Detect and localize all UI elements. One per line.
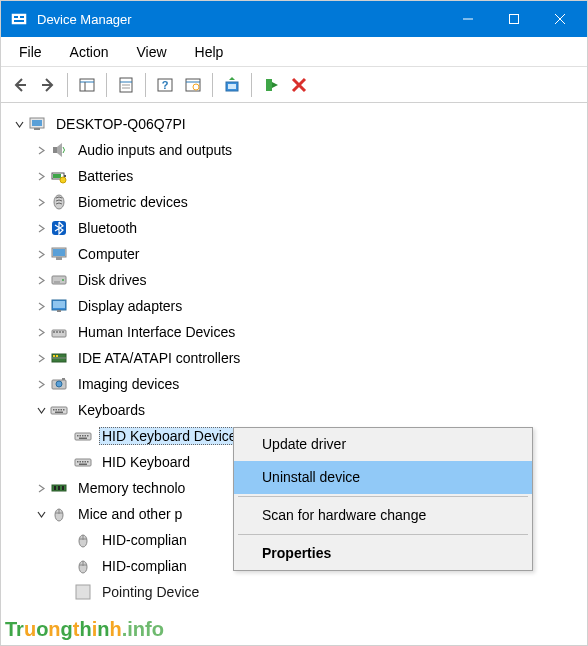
keyboard-icon [49,400,69,420]
fingerprint-icon [49,192,69,212]
svg-rect-45 [59,331,61,333]
chevron-right-icon[interactable] [33,350,49,366]
menu-action[interactable]: Action [56,40,123,64]
show-hide-tree-button[interactable] [74,72,100,98]
svg-text:?: ? [162,79,169,91]
chevron-down-icon[interactable] [33,402,49,418]
tree-device-label: HID-complian [99,557,190,575]
svg-rect-56 [56,409,58,411]
chevron-down-icon[interactable] [33,506,49,522]
svg-rect-77 [58,486,60,490]
ctx-update-driver[interactable]: Update driver [234,428,532,461]
chevron-right-icon[interactable] [33,220,49,236]
keyboard-icon [73,452,93,472]
ctx-properties[interactable]: Properties [234,537,532,570]
svg-rect-5 [510,15,519,24]
maximize-button[interactable] [491,1,537,37]
ctx-uninstall-device[interactable]: Uninstall device [234,461,532,494]
tree-item-cut[interactable]: Pointing Device [5,579,583,605]
tree-category[interactable]: Keyboards [5,397,583,423]
forward-button[interactable] [35,72,61,98]
svg-rect-46 [62,331,64,333]
svg-rect-26 [53,147,57,153]
minimize-button[interactable] [445,1,491,37]
svg-rect-2 [20,16,24,18]
keyboard-icon [73,426,93,446]
titlebar: Device Manager [1,1,587,37]
chevron-right-icon[interactable] [33,480,49,496]
tree-device-label: HID Keyboard [99,453,193,471]
properties-button[interactable] [113,72,139,98]
menu-view[interactable]: View [122,40,180,64]
tree-category-label: Keyboards [75,401,148,419]
tree-category-label: Human Interface Devices [75,323,238,341]
tree-category-label: Mice and other p [75,505,185,523]
svg-rect-28 [64,175,66,177]
ide-icon [49,348,69,368]
chevron-right-icon[interactable] [33,324,49,340]
chevron-down-icon[interactable] [11,116,27,132]
svg-rect-29 [53,174,61,178]
svg-rect-76 [54,486,56,490]
tree-category[interactable]: Display adapters [5,293,583,319]
tree-category-label: Memory technolo [75,479,188,497]
enable-device-button[interactable] [258,72,284,98]
tree-category[interactable]: Human Interface Devices [5,319,583,345]
tree-device-label: HID Keyboard Device [99,427,240,445]
tree-category[interactable]: Batteries [5,163,583,189]
update-driver-button[interactable] [219,72,245,98]
menu-file[interactable]: File [5,40,56,64]
svg-rect-48 [53,355,55,357]
display-icon [49,296,69,316]
tree-category-label: Bluetooth [75,219,140,237]
scan-hardware-button[interactable] [180,72,206,98]
disable-device-button[interactable] [286,72,312,98]
chevron-right-icon[interactable] [33,246,49,262]
chevron-right-icon[interactable] [33,376,49,392]
memory-icon [49,478,69,498]
tree-root[interactable]: DESKTOP-Q06Q7PI [5,111,583,137]
svg-rect-53 [62,378,65,380]
svg-rect-49 [56,355,58,357]
chevron-right-icon[interactable] [33,298,49,314]
tree-category[interactable]: Computer [5,241,583,267]
app-icon [11,11,27,27]
context-menu: Update driver Uninstall device Scan for … [233,427,533,571]
tree-category[interactable]: Disk drives [5,267,583,293]
tree-category-label: Batteries [75,167,136,185]
menubar: File Action View Help [1,37,587,67]
svg-rect-88 [76,585,90,599]
chevron-right-icon[interactable] [33,194,49,210]
svg-rect-40 [53,301,65,308]
svg-rect-24 [32,120,42,126]
tree-category-label: Imaging devices [75,375,182,393]
menu-help[interactable]: Help [181,40,238,64]
svg-rect-63 [80,435,82,437]
disk-icon [49,270,69,290]
svg-rect-35 [56,257,62,260]
tree-category[interactable]: Imaging devices [5,371,583,397]
back-button[interactable] [7,72,33,98]
tree-category[interactable]: Bluetooth [5,215,583,241]
computer-icon [49,244,69,264]
ctx-scan-hardware[interactable]: Scan for hardware change [234,499,532,532]
hid-icon [49,322,69,342]
chevron-right-icon[interactable] [33,168,49,184]
tree-category[interactable]: Audio inputs and outputs [5,137,583,163]
svg-rect-44 [56,331,58,333]
close-button[interactable] [537,1,583,37]
chevron-right-icon[interactable] [33,142,49,158]
help-button[interactable]: ? [152,72,178,98]
tree-device-label: HID-complian [99,531,190,549]
tree-category-label: Audio inputs and outputs [75,141,235,159]
svg-rect-58 [61,409,63,411]
speaker-icon [49,140,69,160]
svg-rect-70 [80,461,82,463]
chevron-right-icon[interactable] [33,272,49,288]
tree-category[interactable]: IDE ATA/ATAPI controllers [5,345,583,371]
mouse-icon [73,556,93,576]
svg-rect-78 [62,486,64,490]
ctx-separator [238,496,528,497]
svg-rect-34 [53,249,65,256]
tree-category[interactable]: Biometric devices [5,189,583,215]
